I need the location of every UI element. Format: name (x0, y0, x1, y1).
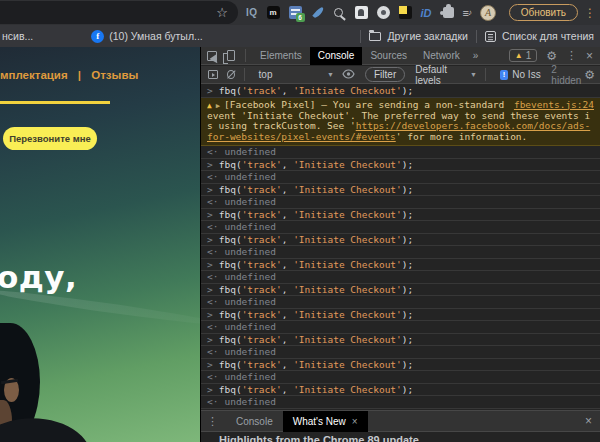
devtools-close-icon[interactable]: × (586, 49, 593, 63)
console-result-row: <·undefined (201, 171, 600, 184)
iq-extension-icon[interactable]: IQ (246, 7, 258, 18)
more-tabs-icon[interactable]: » (468, 50, 484, 61)
console-command-row: >fbq('track', 'Initiate Checkout'); (201, 234, 600, 247)
console-sidebar-icon[interactable] (208, 70, 218, 79)
drawer-tab-close-icon[interactable]: × (352, 411, 358, 432)
bookmark-star-icon[interactable]: ☆ (216, 6, 228, 19)
bookmarks-bar: нсив... f (10) Умная бутыл... Другие зак… (0, 25, 600, 47)
tab-network[interactable]: Network (415, 47, 468, 65)
console-result-row: <·undefined (201, 246, 600, 259)
console-warning: ▲▶fbevents.js:24[Facebook Pixel] — You a… (201, 98, 600, 147)
folder-icon (369, 32, 381, 41)
drawer-tab-bar: ⋮ ConsoleWhat's New× × (201, 411, 600, 432)
source-file-link[interactable]: fbevents.js:24 (514, 100, 594, 110)
tab-sources[interactable]: Sources (362, 47, 415, 65)
console-result-row: <·undefined (201, 396, 600, 409)
drawer-tab-what-s-new[interactable]: What's New× (283, 411, 368, 432)
search-extension-icon[interactable] (334, 8, 343, 17)
webpage-viewport: мплектация | Отзывы Перезвоните мне оду, (0, 47, 200, 442)
devtools-panel: ElementsConsoleSourcesNetwork » ▲ 1 ⚙ ⋮ … (200, 47, 600, 442)
compass-extension-icon[interactable] (377, 6, 390, 19)
console-messages[interactable]: >fbq('track', 'Initiate Checkout');▲▶fbe… (201, 85, 600, 410)
light-streak (0, 287, 200, 329)
notes-extension-icon[interactable] (399, 6, 412, 19)
device-toolbar-icon[interactable] (227, 50, 235, 61)
inspect-element-icon[interactable] (207, 51, 217, 61)
console-command-row: >fbq('track', 'Initiate Checkout'); (201, 334, 600, 347)
divider (245, 49, 246, 62)
console-result-row: <·undefined (201, 221, 600, 234)
drawer-tab-console[interactable]: Console (226, 411, 283, 432)
browser-menu-icon[interactable]: ⋮ (584, 6, 596, 20)
console-command-row: >fbq('track', 'Initiate Checkout'); (201, 259, 600, 272)
chevron-down-icon: ▼ (327, 71, 334, 78)
console-toolbar: top ▼ Filter Default levels ▼ ! No Issu … (201, 66, 600, 84)
console-command-row: >fbq('track', 'Initiate Checkout'); (201, 284, 600, 297)
nav-link-configuration[interactable]: мплектация (0, 69, 68, 81)
devtools-menu-icon[interactable]: ⋮ (566, 49, 577, 62)
facebook-icon: f (91, 30, 104, 43)
m-extension-icon[interactable]: m (267, 6, 280, 19)
address-bar[interactable]: ☆ (0, 1, 238, 24)
other-bookmarks-button[interactable]: Другие закладки (369, 30, 467, 42)
browser-toolbar: ☆ IQ m 6 iD ≡♪ A Обновить ⋮ (0, 0, 600, 25)
console-command-row: >fbq('track', 'Initiate Checkout'); (201, 384, 600, 397)
browser-window: ☆ IQ m 6 iD ≡♪ A Обновить ⋮ нсив... f (1… (0, 0, 600, 442)
docs-link[interactable]: https://developers.facebook.com/docs/ads… (207, 120, 590, 141)
filter-input[interactable]: Filter (365, 67, 405, 82)
console-result-row: <·undefined (201, 371, 600, 384)
console-result-row: <·undefined (201, 321, 600, 334)
divider (485, 68, 486, 81)
devtools-main-tabs: ElementsConsoleSourcesNetwork (252, 47, 468, 65)
console-command-row: >fbq('track', 'Initiate Checkout'); (201, 209, 600, 222)
photo-extension-icon[interactable] (355, 6, 368, 19)
chevron-down-icon: ▼ (470, 71, 477, 78)
issues-icon: ! (500, 70, 509, 80)
reading-list-icon (485, 31, 496, 42)
console-result-row: <·undefined (201, 146, 600, 159)
nav-separator: | (78, 69, 81, 81)
translate-extension-icon[interactable]: 6 (289, 6, 302, 19)
live-expression-eye-icon[interactable] (342, 69, 355, 81)
warning-triangle-icon: ▲ (515, 52, 523, 60)
extension-badge: 6 (296, 13, 305, 22)
extension-icons: IQ m 6 iD ≡♪ A (246, 0, 496, 25)
context-selector[interactable]: top ▼ (259, 69, 334, 80)
divider (244, 68, 245, 81)
issues-button[interactable]: No Issu (512, 69, 541, 80)
playlist-extension-icon[interactable]: ≡♪ (463, 7, 471, 19)
bookmark-item[interactable]: нсив... (2, 30, 33, 42)
feather-extension-icon[interactable] (311, 6, 325, 20)
bookmark-item-facebook[interactable]: f (10) Умная бутыл... (91, 30, 203, 43)
nav-link-reviews[interactable]: Отзывы (91, 69, 138, 81)
profile-avatar[interactable]: A (480, 5, 496, 21)
divider (360, 30, 361, 43)
console-command-row: >fbq('track', 'Initiate Checkout'); (201, 184, 600, 197)
console-command-row: >fbq('track', 'Initiate Checkout'); (201, 309, 600, 322)
console-command-row: >fbq('track', 'Initiate Checkout'); (201, 159, 600, 172)
warning-triangle-icon: ▲ (207, 101, 212, 110)
clear-console-icon[interactable] (227, 70, 235, 79)
divider (476, 30, 477, 43)
reading-list-button[interactable]: Список для чтения (485, 30, 594, 42)
console-result-row: <·undefined (201, 346, 600, 359)
extensions-puzzle-icon[interactable] (443, 7, 454, 18)
expand-arrow-icon[interactable]: ▶ (216, 102, 220, 110)
id-extension-icon[interactable]: iD (421, 7, 432, 19)
whats-new-content: Highlights from the Chrome 89 update (201, 432, 600, 442)
console-settings-icon[interactable]: ⚙ (584, 68, 595, 82)
hidden-messages-count[interactable]: 2 hidden (551, 64, 584, 86)
callback-button[interactable]: Перезвоните мне (3, 127, 97, 150)
log-levels-dropdown[interactable]: Default levels ▼ (415, 64, 477, 86)
console-result-row: <·undefined (201, 296, 600, 309)
console-command-row: >fbq('track', 'Initiate Checkout'); (201, 359, 600, 372)
drawer-close-icon[interactable]: × (585, 414, 600, 428)
update-browser-button[interactable]: Обновить (509, 4, 578, 21)
page-navigation: мплектация | Отзывы (0, 69, 138, 81)
devtools-settings-icon[interactable]: ⚙ (546, 49, 557, 63)
tab-console[interactable]: Console (310, 47, 363, 65)
warning-count-badge[interactable]: ▲ 1 (509, 49, 537, 62)
devtools-tab-bar: ElementsConsoleSourcesNetwork » ▲ 1 ⚙ ⋮ … (201, 47, 600, 65)
drawer-menu-icon[interactable]: ⋮ (207, 415, 218, 428)
tab-elements[interactable]: Elements (252, 47, 310, 65)
